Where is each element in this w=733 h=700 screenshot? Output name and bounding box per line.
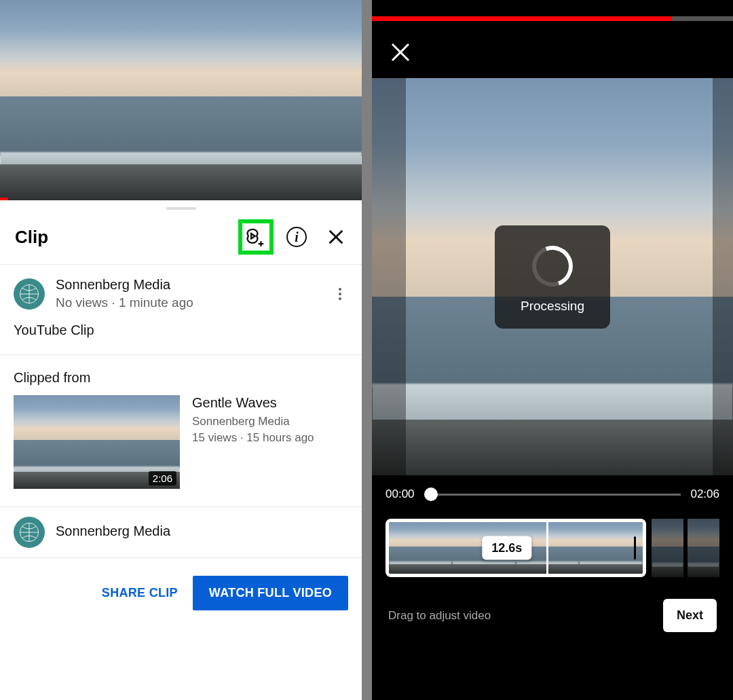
source-channel: Sonnenberg Media bbox=[192, 413, 314, 430]
globe-icon bbox=[18, 282, 41, 306]
source-channel-row[interactable]: Sonnenberg Media bbox=[0, 507, 362, 558]
time-end: 02:06 bbox=[690, 487, 719, 501]
close-icon bbox=[388, 40, 413, 65]
create-short-button[interactable] bbox=[242, 223, 269, 251]
create-short-highlight bbox=[238, 219, 274, 255]
source-info: Gentle Waves Sonnenberg Media 15 views ·… bbox=[192, 395, 314, 489]
time-start: 00:00 bbox=[386, 487, 415, 501]
source-video-row[interactable]: 2:06 Gentle Waves Sonnenberg Media 15 vi… bbox=[0, 395, 362, 507]
trim-handle-right[interactable] bbox=[634, 536, 636, 559]
drag-hint: Drag to adjust video bbox=[388, 609, 491, 623]
source-title: Gentle Waves bbox=[192, 395, 314, 411]
shorts-plus-icon bbox=[246, 227, 266, 247]
trim-timeline[interactable]: 12.6s bbox=[386, 519, 719, 577]
upload-progress-track bbox=[372, 16, 733, 21]
sheet-header: Clip i bbox=[0, 210, 362, 265]
source-channel-avatar bbox=[14, 517, 45, 548]
crop-dim-left bbox=[372, 78, 406, 475]
action-row: SHARE CLIP WATCH FULL VIDEO bbox=[0, 558, 362, 628]
close-editor-button[interactable] bbox=[388, 40, 417, 69]
trim-range[interactable]: 12.6s bbox=[386, 519, 646, 577]
clip-sheet-screen: Clip i bbox=[0, 0, 362, 700]
channel-name: Sonnenberg Media bbox=[56, 277, 321, 293]
scrubber[interactable] bbox=[424, 487, 681, 501]
sheet-title: Clip bbox=[15, 227, 48, 248]
short-editor-screen: Processing 00:00 02:06 12.6s bbox=[372, 0, 733, 700]
info-button[interactable]: i bbox=[283, 223, 310, 251]
close-icon bbox=[326, 227, 345, 246]
watch-full-video-button[interactable]: WATCH FULL VIDEO bbox=[193, 576, 348, 610]
video-preview[interactable]: Processing bbox=[372, 78, 733, 475]
video-frame bbox=[0, 0, 362, 200]
processing-label: Processing bbox=[502, 299, 603, 314]
video-progress bbox=[0, 198, 8, 200]
clip-channel-row[interactable]: Sonnenberg Media No views · 1 minute ago bbox=[0, 265, 362, 310]
bottom-row: Drag to adjust video Next bbox=[372, 577, 733, 632]
next-button[interactable]: Next bbox=[663, 599, 717, 632]
crop-dim-right bbox=[713, 78, 733, 475]
processing-overlay: Processing bbox=[495, 225, 610, 329]
channel-avatar bbox=[14, 278, 45, 310]
source-thumbnail: 2:06 bbox=[14, 395, 180, 489]
video-player[interactable] bbox=[0, 0, 362, 200]
clipped-from-label: Clipped from bbox=[0, 355, 362, 395]
spinner-icon bbox=[525, 239, 580, 293]
scrub-row: 00:00 02:06 bbox=[372, 475, 733, 508]
clip-overflow-menu[interactable] bbox=[332, 288, 348, 300]
upload-progress-fill bbox=[372, 16, 672, 21]
clip-title: YouTube Clip bbox=[0, 310, 362, 355]
globe-icon bbox=[18, 521, 41, 544]
trim-duration-pill: 12.6s bbox=[482, 536, 531, 560]
info-icon: i bbox=[286, 227, 307, 247]
channel-meta: No views · 1 minute ago bbox=[56, 295, 321, 310]
playhead-line[interactable] bbox=[546, 519, 548, 577]
share-clip-button[interactable]: SHARE CLIP bbox=[102, 586, 178, 600]
channel-info: Sonnenberg Media No views · 1 minute ago bbox=[56, 277, 321, 310]
duration-badge: 2:06 bbox=[149, 471, 176, 485]
close-sheet-button[interactable] bbox=[322, 223, 350, 251]
source-meta: 15 views · 15 hours ago bbox=[192, 430, 314, 446]
trim-overflow bbox=[646, 519, 719, 577]
scrubber-knob[interactable] bbox=[424, 487, 438, 501]
source-channel-name: Sonnenberg Media bbox=[56, 523, 170, 539]
clip-bottom-sheet: Clip i bbox=[0, 200, 362, 700]
